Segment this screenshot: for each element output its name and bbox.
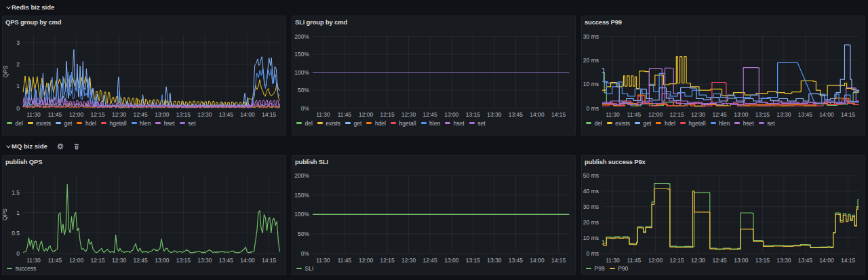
svg-text:0%: 0% [301, 105, 310, 112]
svg-text:1: 1 [16, 83, 20, 89]
svg-text:14:15: 14:15 [262, 257, 277, 264]
svg-text:13:30: 13:30 [487, 257, 502, 264]
svg-text:10 ms: 10 ms [583, 81, 599, 87]
svg-text:13:45: 13:45 [219, 111, 234, 118]
svg-text:100%: 100% [294, 69, 309, 76]
svg-text:11:45: 11:45 [48, 257, 62, 264]
svg-text:14:15: 14:15 [841, 257, 856, 264]
svg-text:12:30: 12:30 [691, 111, 706, 118]
svg-text:12:00: 12:00 [69, 111, 84, 118]
svg-text:13:15: 13:15 [755, 257, 770, 264]
svg-text:100%: 100% [294, 211, 309, 218]
svg-text:12:30: 12:30 [691, 257, 706, 264]
svg-text:12:30: 12:30 [112, 257, 127, 264]
svg-text:2: 2 [16, 61, 20, 68]
svg-text:12:45: 12:45 [713, 257, 728, 264]
svg-text:12:30: 12:30 [112, 111, 127, 118]
svg-text:12:15: 12:15 [670, 111, 685, 118]
svg-text:12:15: 12:15 [670, 257, 685, 264]
svg-text:30 ms: 30 ms [583, 33, 599, 40]
svg-text:11:30: 11:30 [606, 111, 620, 118]
svg-text:11:30: 11:30 [316, 111, 330, 118]
svg-text:50%: 50% [298, 87, 309, 94]
svg-text:0: 0 [16, 250, 20, 257]
svg-text:0%: 0% [301, 250, 310, 257]
svg-text:14:15: 14:15 [551, 111, 566, 118]
svg-text:150%: 150% [294, 192, 309, 199]
svg-text:13:30: 13:30 [197, 111, 212, 118]
svg-text:40 ms: 40 ms [583, 188, 599, 195]
svg-text:11:30: 11:30 [26, 111, 41, 118]
svg-text:1: 1 [16, 209, 20, 216]
svg-text:12:00: 12:00 [69, 257, 84, 264]
svg-text:12:30: 12:30 [401, 257, 416, 264]
svg-text:QPS: QPS [3, 65, 9, 77]
svg-text:12:15: 12:15 [91, 257, 106, 264]
svg-text:13:00: 13:00 [155, 111, 170, 118]
svg-text:11:45: 11:45 [338, 257, 352, 264]
svg-text:13:00: 13:00 [734, 257, 749, 264]
svg-text:11:30: 11:30 [316, 257, 330, 264]
svg-text:12:00: 12:00 [359, 257, 374, 264]
svg-text:150%: 150% [294, 51, 309, 58]
svg-text:20 ms: 20 ms [583, 57, 599, 64]
svg-text:13:45: 13:45 [509, 111, 524, 118]
svg-text:12:45: 12:45 [423, 257, 438, 264]
svg-text:13:15: 13:15 [466, 257, 481, 264]
svg-text:13:45: 13:45 [219, 257, 234, 264]
svg-text:11:45: 11:45 [338, 111, 352, 118]
svg-text:14:15: 14:15 [551, 257, 566, 264]
svg-text:50%: 50% [298, 231, 309, 237]
svg-text:13:15: 13:15 [176, 111, 191, 118]
svg-text:13:45: 13:45 [798, 111, 813, 118]
svg-text:200%: 200% [294, 172, 309, 179]
svg-text:13:15: 13:15 [755, 111, 770, 118]
svg-text:200%: 200% [294, 33, 309, 40]
svg-text:30 ms: 30 ms [583, 203, 599, 210]
svg-text:14:00: 14:00 [819, 257, 834, 264]
svg-text:11:45: 11:45 [627, 111, 642, 118]
svg-text:13:30: 13:30 [487, 111, 502, 118]
svg-text:14:15: 14:15 [262, 111, 277, 118]
svg-text:0.5: 0.5 [12, 230, 20, 237]
svg-text:12:30: 12:30 [401, 111, 416, 118]
svg-text:13:15: 13:15 [176, 257, 191, 264]
svg-text:11:30: 11:30 [606, 257, 620, 264]
svg-text:12:45: 12:45 [134, 257, 149, 264]
svg-text:12:00: 12:00 [648, 257, 663, 264]
svg-text:13:00: 13:00 [734, 111, 749, 118]
svg-text:11:30: 11:30 [26, 257, 41, 264]
svg-text:0 ms: 0 ms [587, 250, 599, 257]
svg-text:13:30: 13:30 [776, 257, 791, 264]
svg-text:50 ms: 50 ms [583, 172, 599, 179]
svg-text:12:45: 12:45 [423, 111, 438, 118]
svg-text:12:45: 12:45 [713, 111, 728, 118]
svg-text:12:15: 12:15 [91, 111, 106, 118]
svg-text:20 ms: 20 ms [583, 219, 599, 226]
svg-text:13:15: 13:15 [466, 111, 481, 118]
svg-text:13:00: 13:00 [444, 257, 459, 264]
svg-text:14:00: 14:00 [240, 257, 255, 264]
svg-text:12:15: 12:15 [380, 111, 395, 118]
svg-text:QPS: QPS [3, 208, 9, 220]
svg-text:0: 0 [16, 105, 20, 112]
svg-text:13:30: 13:30 [776, 111, 791, 118]
svg-text:14:00: 14:00 [530, 111, 545, 118]
svg-text:13:45: 13:45 [798, 257, 813, 264]
svg-text:12:00: 12:00 [648, 111, 663, 118]
svg-text:12:15: 12:15 [380, 257, 395, 264]
svg-text:13:30: 13:30 [197, 257, 212, 264]
svg-text:10 ms: 10 ms [583, 235, 599, 241]
svg-text:14:15: 14:15 [841, 111, 856, 118]
svg-text:1.5: 1.5 [12, 189, 20, 196]
svg-text:14:00: 14:00 [530, 257, 545, 264]
svg-text:11:45: 11:45 [48, 111, 62, 118]
svg-text:11:45: 11:45 [627, 257, 642, 264]
svg-text:13:45: 13:45 [509, 257, 524, 264]
svg-text:12:45: 12:45 [134, 111, 149, 118]
svg-text:13:00: 13:00 [155, 257, 170, 264]
svg-text:14:00: 14:00 [819, 111, 834, 118]
svg-text:0 ms: 0 ms [587, 105, 599, 112]
svg-text:14:00: 14:00 [240, 111, 255, 118]
svg-text:13:00: 13:00 [444, 111, 459, 118]
